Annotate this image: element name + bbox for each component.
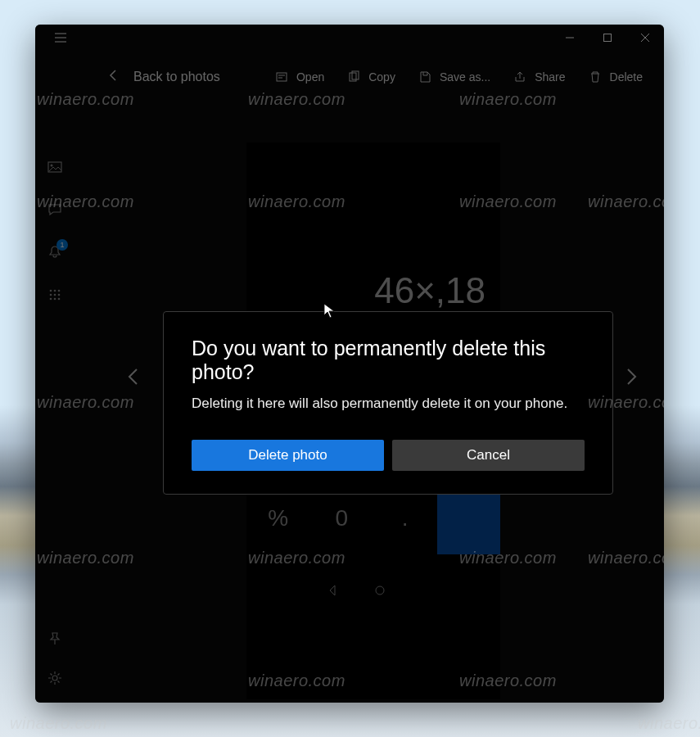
toolbar: Back to photos Open Copy Save as... <box>75 61 664 93</box>
chevron-right-icon <box>622 368 640 386</box>
notification-badge: 1 <box>56 239 68 251</box>
dialpad-icon <box>47 287 62 302</box>
save-icon <box>418 70 431 84</box>
svg-rect-13 <box>277 73 287 81</box>
open-label: Open <box>296 70 324 84</box>
minimize-button[interactable] <box>551 25 589 51</box>
android-back-icon <box>326 584 339 597</box>
sidebar-item-settings[interactable] <box>45 668 65 688</box>
delete-button[interactable]: Delete <box>589 70 643 84</box>
content-area: Back to photos Open Copy Save as... <box>75 51 664 703</box>
sidebar-item-photos[interactable] <box>45 157 65 177</box>
sidebar: 1 <box>35 51 75 703</box>
cancel-button[interactable]: Cancel <box>392 440 585 471</box>
watermark: winaero.com <box>10 714 107 733</box>
open-button[interactable]: Open <box>275 70 324 84</box>
sidebar-item-notifications[interactable]: 1 <box>45 242 65 262</box>
sidebar-item-messages[interactable] <box>45 200 65 219</box>
close-button[interactable] <box>626 25 664 51</box>
svg-point-3 <box>50 290 52 292</box>
chevron-left-icon <box>124 368 142 386</box>
svg-point-8 <box>58 294 61 296</box>
dialog-title: Do you want to permanently delete this p… <box>192 337 585 384</box>
svg-point-6 <box>50 294 52 296</box>
sidebar-item-dialpad[interactable] <box>45 285 65 305</box>
mouse-cursor <box>323 303 335 319</box>
svg-point-2 <box>51 165 53 167</box>
svg-point-16 <box>376 586 384 595</box>
picture-icon <box>47 160 62 174</box>
delete-confirmation-dialog: Do you want to permanently delete this p… <box>163 311 613 495</box>
sidebar-item-pin[interactable] <box>45 629 65 649</box>
back-arrow-icon <box>107 69 120 85</box>
svg-point-9 <box>50 298 52 301</box>
share-label: Share <box>535 70 565 84</box>
android-nav-bar <box>246 554 500 626</box>
hamburger-icon <box>54 31 67 44</box>
copy-button[interactable]: Copy <box>347 70 395 84</box>
back-label: Back to photos <box>133 70 220 84</box>
share-icon <box>513 70 526 84</box>
pin-icon <box>47 631 62 646</box>
svg-point-7 <box>54 294 56 296</box>
svg-point-4 <box>54 290 56 292</box>
save-as-label: Save as... <box>440 70 490 84</box>
hamburger-menu-button[interactable] <box>42 25 79 51</box>
delete-label: Delete <box>610 70 643 84</box>
svg-point-11 <box>58 298 61 301</box>
trash-icon <box>589 70 602 84</box>
android-home-icon <box>373 584 386 597</box>
svg-point-12 <box>52 676 57 680</box>
gear-icon <box>47 671 62 685</box>
open-icon <box>275 70 288 84</box>
delete-photo-button[interactable]: Delete photo <box>192 440 384 471</box>
window-controls <box>551 25 664 51</box>
copy-icon <box>347 70 360 84</box>
svg-point-10 <box>54 298 56 301</box>
chat-icon <box>47 202 62 217</box>
svg-rect-0 <box>604 34 612 42</box>
calc-display: 46×,18 8,28 <box>246 142 500 337</box>
previous-photo-button[interactable] <box>114 357 153 396</box>
calc-expression: 46×,18 <box>374 270 485 311</box>
maximize-button[interactable] <box>589 25 626 51</box>
next-photo-button[interactable] <box>612 357 651 396</box>
copy-label: Copy <box>368 70 395 84</box>
back-to-photos-button[interactable]: Back to photos <box>75 69 220 85</box>
dialog-body: Deleting it here will also permanently d… <box>192 396 585 412</box>
app-window: 1 <box>35 25 664 703</box>
save-as-button[interactable]: Save as... <box>418 70 490 84</box>
svg-point-5 <box>58 290 61 292</box>
share-button[interactable]: Share <box>513 70 565 84</box>
titlebar <box>35 25 664 51</box>
watermark: winaero.com <box>638 714 700 733</box>
